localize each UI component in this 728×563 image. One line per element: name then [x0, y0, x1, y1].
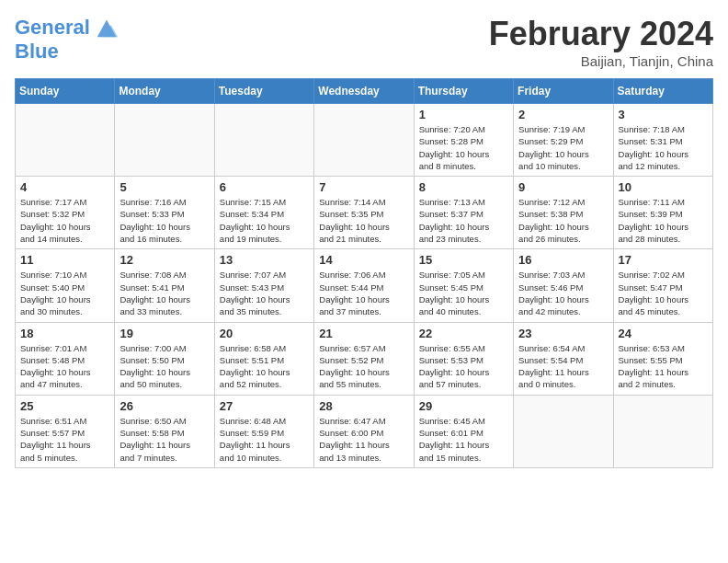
- page-header: General Blue February 2024 Baijian, Tian…: [15, 15, 713, 69]
- day-info: Sunrise: 7:16 AMSunset: 5:33 PMDaylight:…: [119, 196, 209, 245]
- table-row: 10Sunrise: 7:11 AMSunset: 5:39 PMDayligh…: [613, 177, 712, 249]
- day-number: 16: [518, 253, 608, 267]
- day-info: Sunrise: 6:51 AMSunset: 5:57 PMDaylight:…: [20, 415, 109, 464]
- table-row: 7Sunrise: 7:14 AMSunset: 5:35 PMDaylight…: [314, 177, 414, 249]
- header-saturday: Saturday: [613, 79, 712, 104]
- table-row: 3Sunrise: 7:18 AMSunset: 5:31 PMDaylight…: [613, 104, 712, 177]
- day-number: 14: [319, 253, 408, 267]
- day-info: Sunrise: 6:54 AMSunset: 5:54 PMDaylight:…: [518, 342, 608, 391]
- day-info: Sunrise: 7:17 AMSunset: 5:32 PMDaylight:…: [20, 196, 109, 245]
- title-block: February 2024 Baijian, Tianjin, China: [489, 15, 713, 69]
- day-info: Sunrise: 6:58 AMSunset: 5:51 PMDaylight:…: [220, 342, 309, 391]
- day-info: Sunrise: 7:00 AMSunset: 5:50 PMDaylight:…: [119, 342, 209, 391]
- table-row: 12Sunrise: 7:08 AMSunset: 5:41 PMDayligh…: [115, 249, 214, 322]
- header-monday: Monday: [115, 79, 214, 104]
- month-title: February 2024: [489, 15, 713, 53]
- day-number: 21: [319, 327, 408, 340]
- day-info: Sunrise: 7:08 AMSunset: 5:41 PMDaylight:…: [119, 269, 209, 317]
- day-number: 19: [119, 327, 209, 340]
- calendar-header-row: Sunday Monday Tuesday Wednesday Thursday…: [16, 79, 713, 104]
- calendar-week-row: 18Sunrise: 7:01 AMSunset: 5:48 PMDayligh…: [16, 322, 713, 395]
- table-row: 16Sunrise: 7:03 AMSunset: 5:46 PMDayligh…: [514, 249, 613, 322]
- day-number: 7: [319, 180, 408, 194]
- table-row: [214, 104, 313, 177]
- day-info: Sunrise: 7:05 AMSunset: 5:45 PMDaylight:…: [419, 269, 508, 317]
- day-info: Sunrise: 7:01 AMSunset: 5:48 PMDaylight:…: [20, 342, 109, 391]
- day-number: 10: [619, 180, 708, 194]
- table-row: 15Sunrise: 7:05 AMSunset: 5:45 PMDayligh…: [414, 249, 513, 322]
- day-info: Sunrise: 6:50 AMSunset: 5:58 PMDaylight:…: [119, 415, 209, 464]
- header-tuesday: Tuesday: [214, 79, 313, 104]
- table-row: 25Sunrise: 6:51 AMSunset: 5:57 PMDayligh…: [16, 395, 115, 467]
- logo-icon: [94, 15, 119, 40]
- day-info: Sunrise: 6:45 AMSunset: 6:01 PMDaylight:…: [419, 415, 508, 464]
- day-number: 12: [119, 253, 209, 267]
- table-row: 23Sunrise: 6:54 AMSunset: 5:54 PMDayligh…: [514, 322, 613, 395]
- day-number: 11: [20, 253, 109, 267]
- day-info: Sunrise: 7:11 AMSunset: 5:39 PMDaylight:…: [619, 196, 708, 245]
- day-info: Sunrise: 7:07 AMSunset: 5:43 PMDaylight:…: [220, 269, 309, 317]
- day-number: 22: [419, 327, 508, 340]
- day-number: 28: [319, 399, 408, 413]
- day-info: Sunrise: 7:18 AMSunset: 5:31 PMDaylight:…: [619, 123, 708, 172]
- table-row: 1Sunrise: 7:20 AMSunset: 5:28 PMDaylight…: [414, 104, 513, 177]
- day-number: 23: [518, 327, 608, 340]
- table-row: 26Sunrise: 6:50 AMSunset: 5:58 PMDayligh…: [115, 395, 214, 467]
- table-row: [514, 395, 613, 467]
- day-info: Sunrise: 7:06 AMSunset: 5:44 PMDaylight:…: [319, 269, 408, 317]
- table-row: 19Sunrise: 7:00 AMSunset: 5:50 PMDayligh…: [115, 322, 214, 395]
- day-number: 4: [20, 180, 109, 194]
- table-row: 13Sunrise: 7:07 AMSunset: 5:43 PMDayligh…: [214, 249, 313, 322]
- logo: General Blue: [15, 15, 119, 63]
- day-info: Sunrise: 6:48 AMSunset: 5:59 PMDaylight:…: [220, 415, 309, 464]
- table-row: 22Sunrise: 6:55 AMSunset: 5:53 PMDayligh…: [414, 322, 513, 395]
- table-row: 14Sunrise: 7:06 AMSunset: 5:44 PMDayligh…: [314, 249, 414, 322]
- day-number: 17: [619, 253, 708, 267]
- location: Baijian, Tianjin, China: [489, 53, 713, 69]
- table-row: [314, 104, 414, 177]
- day-info: Sunrise: 7:20 AMSunset: 5:28 PMDaylight:…: [419, 123, 508, 172]
- table-row: 2Sunrise: 7:19 AMSunset: 5:29 PMDaylight…: [514, 104, 613, 177]
- day-info: Sunrise: 7:03 AMSunset: 5:46 PMDaylight:…: [518, 269, 608, 317]
- day-info: Sunrise: 6:47 AMSunset: 6:00 PMDaylight:…: [319, 415, 408, 464]
- day-number: 24: [619, 327, 708, 340]
- header-thursday: Thursday: [414, 79, 513, 104]
- logo-text: General: [15, 17, 90, 39]
- table-row: 27Sunrise: 6:48 AMSunset: 5:59 PMDayligh…: [214, 395, 313, 467]
- table-row: 21Sunrise: 6:57 AMSunset: 5:52 PMDayligh…: [314, 322, 414, 395]
- day-number: 15: [419, 253, 508, 267]
- day-info: Sunrise: 7:12 AMSunset: 5:38 PMDaylight:…: [518, 196, 608, 245]
- table-row: 9Sunrise: 7:12 AMSunset: 5:38 PMDaylight…: [514, 177, 613, 249]
- day-info: Sunrise: 6:57 AMSunset: 5:52 PMDaylight:…: [319, 342, 408, 391]
- calendar-week-row: 4Sunrise: 7:17 AMSunset: 5:32 PMDaylight…: [16, 177, 713, 249]
- table-row: 5Sunrise: 7:16 AMSunset: 5:33 PMDaylight…: [115, 177, 214, 249]
- day-number: 18: [20, 327, 109, 340]
- calendar-week-row: 11Sunrise: 7:10 AMSunset: 5:40 PMDayligh…: [16, 249, 713, 322]
- day-number: 6: [220, 180, 309, 194]
- day-number: 25: [20, 399, 109, 413]
- table-row: 6Sunrise: 7:15 AMSunset: 5:34 PMDaylight…: [214, 177, 313, 249]
- logo-text-blue: Blue: [15, 40, 119, 63]
- day-number: 2: [518, 108, 608, 121]
- day-info: Sunrise: 7:19 AMSunset: 5:29 PMDaylight:…: [518, 123, 608, 172]
- day-number: 3: [619, 108, 708, 121]
- table-row: 17Sunrise: 7:02 AMSunset: 5:47 PMDayligh…: [613, 249, 712, 322]
- day-number: 27: [220, 399, 309, 413]
- table-row: 11Sunrise: 7:10 AMSunset: 5:40 PMDayligh…: [16, 249, 115, 322]
- day-number: 20: [220, 327, 309, 340]
- header-sunday: Sunday: [16, 79, 115, 104]
- day-info: Sunrise: 7:13 AMSunset: 5:37 PMDaylight:…: [419, 196, 508, 245]
- day-info: Sunrise: 7:14 AMSunset: 5:35 PMDaylight:…: [319, 196, 408, 245]
- day-number: 8: [419, 180, 508, 194]
- day-number: 26: [119, 399, 209, 413]
- table-row: 20Sunrise: 6:58 AMSunset: 5:51 PMDayligh…: [214, 322, 313, 395]
- day-number: 13: [220, 253, 309, 267]
- header-friday: Friday: [514, 79, 613, 104]
- day-info: Sunrise: 7:10 AMSunset: 5:40 PMDaylight:…: [20, 269, 109, 317]
- calendar-week-row: 1Sunrise: 7:20 AMSunset: 5:28 PMDaylight…: [16, 104, 713, 177]
- calendar-week-row: 25Sunrise: 6:51 AMSunset: 5:57 PMDayligh…: [16, 395, 713, 467]
- day-number: 29: [419, 399, 508, 413]
- table-row: 18Sunrise: 7:01 AMSunset: 5:48 PMDayligh…: [16, 322, 115, 395]
- header-wednesday: Wednesday: [314, 79, 414, 104]
- day-info: Sunrise: 6:55 AMSunset: 5:53 PMDaylight:…: [419, 342, 508, 391]
